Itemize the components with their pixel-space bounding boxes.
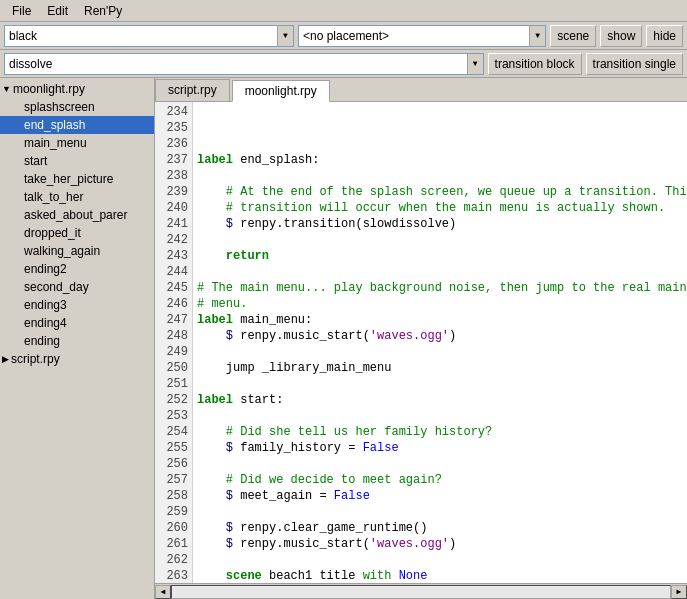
line-numbers: 234 235 236 237 238 239 240 241 242 243 … (155, 102, 193, 583)
sidebar-item-ending2[interactable]: ending2 (0, 260, 154, 278)
tab-moonlight-rpy[interactable]: moonlight.rpy (232, 80, 330, 102)
tab-script-rpy[interactable]: script.rpy (155, 79, 230, 101)
transition-block-button[interactable]: transition block (488, 53, 582, 75)
show-button[interactable]: show (600, 25, 642, 47)
transition-dropdown-arrow[interactable]: ▼ (467, 54, 483, 74)
placement-dropdown-arrow[interactable]: ▼ (529, 26, 545, 46)
sidebar-item-walking-again[interactable]: walking_again (0, 242, 154, 260)
sidebar-file-label: moonlight.rpy (13, 82, 85, 96)
scene-button[interactable]: scene (550, 25, 596, 47)
sidebar-item-dropped-it[interactable]: dropped_it (0, 224, 154, 242)
placement-dropdown[interactable]: <no placement> ▼ (298, 25, 546, 47)
placement-value: <no placement> (299, 29, 529, 43)
sidebar[interactable]: ▼ moonlight.rpy splashscreen end_splash … (0, 78, 155, 599)
scroll-left-btn[interactable]: ◀ (155, 585, 171, 599)
tab-bar: script.rpy moonlight.rpy (155, 78, 687, 102)
collapse-arrow: ▶ (2, 354, 9, 364)
menu-renpy[interactable]: Ren'Py (76, 2, 130, 20)
horizontal-scrollbar[interactable]: ◀ ▶ (155, 583, 687, 599)
sidebar-item-ending[interactable]: ending (0, 332, 154, 350)
sidebar-item-ending3[interactable]: ending3 (0, 296, 154, 314)
expand-arrow: ▼ (2, 84, 11, 94)
transition-value: dissolve (5, 57, 467, 71)
sidebar-item-splashscreen[interactable]: splashscreen (0, 98, 154, 116)
transition-single-button[interactable]: transition single (586, 53, 683, 75)
character-dropdown[interactable]: black ▼ (4, 25, 294, 47)
sidebar-item-talk-to-her[interactable]: talk_to_her (0, 188, 154, 206)
character-dropdown-arrow[interactable]: ▼ (277, 26, 293, 46)
menu-edit[interactable]: Edit (39, 2, 76, 20)
sidebar-item-second-day[interactable]: second_day (0, 278, 154, 296)
editor-area: script.rpy moonlight.rpy 234 235 236 237… (155, 78, 687, 599)
sidebar-item-end-splash[interactable]: end_splash (0, 116, 154, 134)
code-content[interactable]: label end_splash: # At the end of the sp… (193, 102, 687, 583)
sidebar-item-main-menu[interactable]: main_menu (0, 134, 154, 152)
sidebar-item-moonlight-rpy[interactable]: ▼ moonlight.rpy (0, 80, 154, 98)
sidebar-file-label2: script.rpy (11, 352, 60, 366)
toolbar-row-2: dissolve ▼ transition block transition s… (0, 50, 687, 78)
character-value: black (5, 29, 277, 43)
sidebar-item-script-rpy[interactable]: ▶ script.rpy (0, 350, 154, 368)
sidebar-item-asked-about-parer[interactable]: asked_about_parer (0, 206, 154, 224)
sidebar-tree: ▼ moonlight.rpy splashscreen end_splash … (0, 78, 154, 370)
sidebar-item-ending4[interactable]: ending4 (0, 314, 154, 332)
hide-button[interactable]: hide (646, 25, 683, 47)
toolbar-row-1: black ▼ <no placement> ▼ scene show hide (0, 22, 687, 50)
sidebar-item-start[interactable]: start (0, 152, 154, 170)
menu-bar: File Edit Ren'Py (0, 0, 687, 22)
sidebar-item-take-her-picture[interactable]: take_her_picture (0, 170, 154, 188)
code-editor: 234 235 236 237 238 239 240 241 242 243 … (155, 102, 687, 583)
scroll-track[interactable] (171, 585, 671, 599)
main-area: ▼ moonlight.rpy splashscreen end_splash … (0, 78, 687, 599)
scroll-right-btn[interactable]: ▶ (671, 585, 687, 599)
transition-dropdown[interactable]: dissolve ▼ (4, 53, 484, 75)
menu-file[interactable]: File (4, 2, 39, 20)
